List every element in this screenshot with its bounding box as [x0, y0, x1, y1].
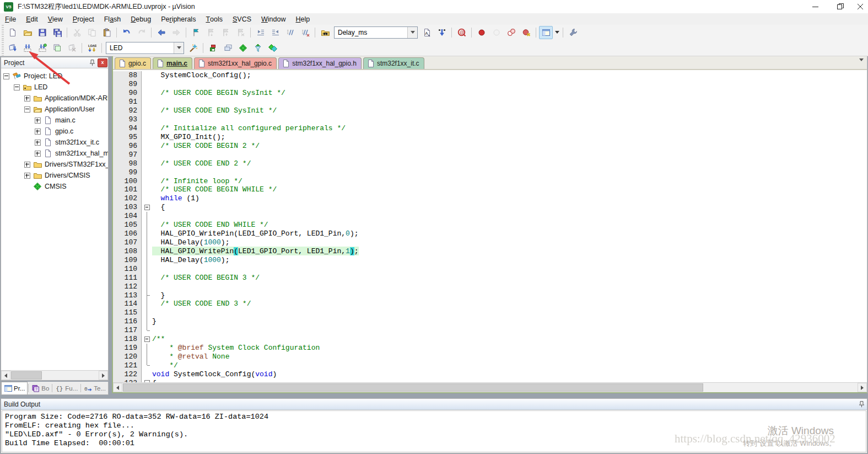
find-in-files-button[interactable] — [318, 26, 332, 39]
copy-button[interactable] — [85, 26, 99, 39]
manage-components-button[interactable] — [236, 41, 250, 55]
tree-item-stm32f1xx-it-c[interactable]: stm32f1xx_it.c — [1, 137, 108, 148]
breakpoint-insert-button[interactable] — [475, 26, 488, 39]
configure-wrench-button[interactable] — [566, 26, 580, 39]
code-line-95[interactable]: 95 MX_GPIO_Init(); — [113, 132, 867, 141]
code-line-109[interactable]: 109 HAL_Delay(1000); — [113, 255, 867, 264]
build-output-log[interactable]: Program Size: Code=2716 RO-data=352 RW-d… — [2, 410, 866, 452]
manage-books-button[interactable] — [266, 41, 279, 55]
code-line-88[interactable]: 88 SystemClock_Config(); — [113, 71, 867, 80]
dock-tab-te[interactable]: 0Te... — [82, 382, 108, 394]
search-box[interactable]: Delay_ms — [334, 26, 418, 39]
bookmark-next-button[interactable] — [204, 26, 218, 39]
code-line-100[interactable]: 100 /* Infinite loop */ — [113, 177, 867, 185]
code-line-113[interactable]: 113 } — [113, 291, 867, 300]
code-line-92[interactable]: 92 /* USER CODE END SysInit */ — [113, 106, 867, 115]
bookmark-clear-button[interactable] — [234, 26, 247, 39]
code-line-123[interactable]: 123{ — [113, 378, 867, 382]
manage-windows-button[interactable] — [221, 41, 235, 55]
menu-tools[interactable]: Tools — [201, 13, 228, 25]
code-line-120[interactable]: 120 * @retval None — [113, 352, 867, 361]
document-tab-gpio-c[interactable]: gpio.c — [115, 57, 151, 69]
code-line-119[interactable]: 119 * @brief System Clock Configuration — [113, 344, 867, 352]
fold-collapse-icon[interactable] — [143, 203, 152, 212]
dock-tab-fu[interactable]: {}Fu... — [53, 382, 80, 394]
code-line-90[interactable]: 90 /* USER CODE BEGIN SysInit */ — [113, 89, 867, 98]
chevron-down-icon[interactable] — [174, 42, 184, 54]
code-line-114[interactable]: 114 /* USER CODE END 3 */ — [113, 300, 867, 308]
scroll-thumb[interactable] — [123, 383, 703, 392]
menu-window[interactable]: Window — [256, 13, 290, 25]
tree-item-application-user[interactable]: Application/User — [1, 104, 108, 115]
menu-help[interactable]: Help — [291, 13, 315, 25]
rebuild-button[interactable] — [35, 41, 49, 55]
code-line-118[interactable]: 118/** — [113, 335, 867, 344]
tree-item-gpio-c[interactable]: gpio.c — [1, 126, 108, 137]
tree-item-stm32f1xx-hal-msp-c[interactable]: stm32f1xx_hal_msp.c — [1, 148, 108, 159]
restore-button[interactable] — [828, 0, 853, 13]
menu-peripherals[interactable]: Peripherals — [156, 13, 201, 25]
dock-tab-pr[interactable]: Pr... — [1, 382, 28, 394]
document-tab-main-c[interactable]: main.c — [153, 57, 192, 69]
expand-icon[interactable] — [35, 117, 41, 124]
scroll-left-arrow[interactable] — [113, 383, 122, 392]
batch-build-button[interactable] — [50, 41, 64, 55]
find-at-button[interactable]: @ — [455, 26, 468, 39]
code-line-99[interactable]: 99 — [113, 168, 867, 177]
code-line-122[interactable]: 122void SystemClock_Config(void) — [113, 370, 867, 378]
new-file-button[interactable] — [6, 26, 19, 39]
menu-debug[interactable]: Debug — [126, 13, 156, 25]
collapse-icon[interactable] — [24, 106, 30, 113]
tree-item-led[interactable]: LED — [1, 82, 108, 93]
tree-item-application-mdk-arm[interactable]: Application/MDK-ARM — [1, 93, 108, 104]
code-line-117[interactable]: 117 — [113, 326, 867, 335]
close-panel-button[interactable]: x — [98, 58, 107, 67]
scroll-left-arrow[interactable] — [1, 371, 10, 380]
save-button[interactable] — [35, 26, 49, 39]
project-hscrollbar[interactable] — [1, 370, 108, 380]
document-tab-stm32f1xx-hal-gpio-c[interactable]: stm32f1xx_hal_gpio.c — [194, 57, 277, 69]
manage-rte-button[interactable] — [206, 41, 220, 55]
code-line-108[interactable]: 108 HAL_GPIO_WritePin(LED1_GPIO_Port, LE… — [113, 247, 867, 255]
code-line-97[interactable]: 97 — [113, 150, 867, 159]
collapse-icon[interactable] — [14, 84, 20, 90]
expand-icon[interactable] — [24, 162, 30, 168]
window-layout-button[interactable] — [539, 26, 553, 39]
window-layout-dropdown[interactable] — [553, 26, 560, 39]
expand-icon[interactable] — [24, 173, 30, 179]
stop-build-button[interactable] — [65, 41, 79, 55]
document-tab-stm32f1xx-it-c[interactable]: stm32f1xx_it.c — [363, 57, 424, 69]
expand-icon[interactable] — [35, 151, 41, 157]
tree-item-main-c[interactable]: main.c — [1, 115, 108, 126]
code-line-91[interactable]: 91 — [113, 98, 867, 106]
undo-button[interactable] — [120, 26, 133, 39]
indent-right-button[interactable] — [254, 26, 267, 39]
breakpoint-disable-all-button[interactable] — [504, 26, 518, 39]
pin-button[interactable] — [87, 58, 97, 67]
expand-icon[interactable] — [24, 95, 30, 102]
tree-item-project-led[interactable]: Project: LED — [1, 71, 108, 82]
build-button[interactable] — [20, 41, 34, 55]
tree-item-drivers-stm32f1xx-hal-driver[interactable]: Drivers/STM32F1xx_HAL_Driver — [1, 159, 108, 170]
tab-list-dropdown-button[interactable] — [859, 58, 864, 61]
code-line-106[interactable]: 106 HAL_GPIO_WritePin(LED1_GPIO_Port, LE… — [113, 229, 867, 238]
code-line-116[interactable]: 116} — [113, 317, 867, 326]
expand-icon[interactable] — [35, 129, 41, 135]
translate-button[interactable] — [6, 41, 19, 55]
cut-button[interactable] — [70, 26, 84, 39]
menu-view[interactable]: View — [43, 13, 68, 25]
uncomment-selection-button[interactable] — [298, 26, 312, 39]
download-load-button[interactable]: LOAD — [85, 41, 99, 55]
code-line-98[interactable]: 98 /* USER CODE END 2 */ — [113, 159, 867, 168]
collapse-icon[interactable] — [3, 73, 9, 79]
indent-left-button[interactable] — [268, 26, 282, 39]
menu-flash[interactable]: Flash — [99, 13, 126, 25]
tree-item-cmsis[interactable]: CMSIS — [1, 181, 108, 192]
minimize-button[interactable] — [803, 0, 828, 13]
nav-forward-button[interactable] — [169, 26, 183, 39]
scroll-right-arrow[interactable] — [99, 371, 108, 380]
code-line-89[interactable]: 89 — [113, 80, 867, 89]
menu-edit[interactable]: Edit — [21, 13, 43, 25]
code-line-107[interactable]: 107 HAL_Delay(1000); — [113, 238, 867, 247]
dock-tab-bo[interactable]: ?Bo — [29, 382, 51, 394]
